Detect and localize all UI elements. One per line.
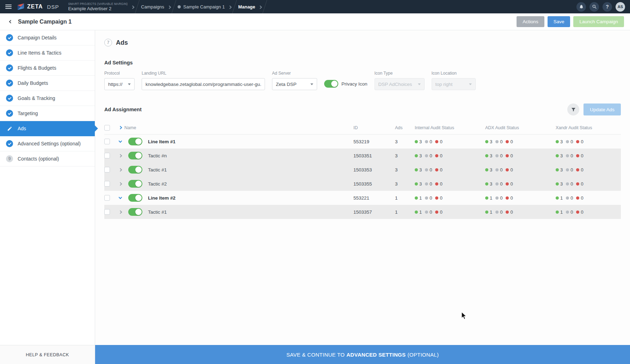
- audit-rejected: 0: [506, 181, 513, 187]
- ad-server-field: Ad Server Zeta DSP: [272, 71, 317, 90]
- search-button[interactable]: [589, 2, 599, 12]
- sidebar-item-targeting[interactable]: Targeting: [0, 106, 95, 121]
- row-toggle-cell: [128, 138, 148, 145]
- select-all-checkbox[interactable]: [104, 125, 110, 131]
- sidebar-item-flights-budgets[interactable]: Flights & Budgets: [0, 61, 95, 76]
- sidebar-item-contacts-optional[interactable]: 9Contacts (optional): [0, 151, 95, 167]
- row-toggle-switch[interactable]: [128, 152, 142, 159]
- breadcrumb-item-manage[interactable]: Manage: [238, 0, 255, 13]
- user-avatar[interactable]: AS: [616, 2, 625, 12]
- ad-assignment-table: Name ID Ads Internal Audit Status ADX Au…: [104, 121, 621, 219]
- row-toggle-switch[interactable]: [128, 208, 142, 216]
- footer-bar: HELP & FEEDBACK SAVE & CONTINUE TO ADVAN…: [0, 345, 630, 364]
- chevron-right-icon: [119, 182, 122, 186]
- row-toggle-switch[interactable]: [128, 194, 142, 202]
- audit-status-xandr: 300: [556, 139, 621, 144]
- row-expander[interactable]: [119, 211, 128, 213]
- launch-campaign-button[interactable]: Launch Campaign: [573, 16, 624, 27]
- audit-count: 0: [500, 167, 502, 172]
- audit-count: 0: [581, 167, 583, 172]
- search-icon: [592, 4, 597, 9]
- audit-status-xandr: 300: [556, 153, 621, 158]
- dot-pending-icon: [495, 211, 499, 214]
- row-ads-count: 3: [395, 139, 415, 144]
- row-checkbox[interactable]: [104, 195, 110, 201]
- icon-type-select: DSP AdChoices: [375, 78, 425, 90]
- sidebar-item-label: Daily Budgets: [18, 80, 48, 86]
- breadcrumb-item-sample-campaign-1[interactable]: Sample Campaign 1: [178, 0, 225, 13]
- audit-count: 1: [560, 209, 563, 215]
- row-expander[interactable]: [119, 141, 128, 142]
- row-checkbox[interactable]: [104, 153, 110, 158]
- chevron-right-icon: [131, 4, 134, 10]
- help-feedback-button[interactable]: HELP & FEEDBACK: [0, 345, 95, 364]
- logo-suffix: DSP: [47, 4, 59, 10]
- status-dot-icon: [178, 5, 181, 8]
- sidebar-item-daily-budgets[interactable]: Daily Budgets: [0, 76, 95, 91]
- update-ads-button[interactable]: Update Ads: [583, 103, 621, 115]
- sidebar-item-goals-tracking[interactable]: Goals & Tracking: [0, 91, 95, 106]
- help-button[interactable]: ?: [603, 2, 612, 12]
- breadcrumb: SMART PROJECTS (VARIABLE MARGIN)Example …: [68, 0, 268, 13]
- audit-approved: 1: [415, 209, 422, 215]
- row-expander[interactable]: [119, 169, 128, 171]
- audit-rejected: 0: [506, 153, 513, 158]
- row-checkbox[interactable]: [104, 167, 110, 172]
- sidebar-item-label: Campaign Details: [18, 35, 57, 40]
- row-expander[interactable]: [119, 183, 128, 185]
- sidebar-item-advanced-settings-optional[interactable]: Advanced Settings (optional): [0, 136, 95, 151]
- check-circle-icon: [6, 95, 13, 102]
- audit-rejected: 0: [576, 195, 583, 201]
- audit-status-adx: 300: [485, 167, 556, 172]
- breadcrumb-item-example-advertiser-2[interactable]: SMART PROJECTS (VARIABLE MARGIN)Example …: [68, 0, 128, 13]
- breadcrumb-item-campaigns[interactable]: Campaigns: [141, 0, 164, 13]
- sidebar-item-ads[interactable]: Ads: [0, 121, 95, 136]
- audit-count: 0: [581, 153, 583, 158]
- back-button[interactable]: [6, 17, 15, 26]
- row-name: Tactic #2: [148, 181, 353, 187]
- row-toggle-switch[interactable]: [128, 138, 142, 145]
- filter-button[interactable]: [567, 103, 579, 115]
- notifications-button[interactable]: [576, 2, 586, 12]
- row-checkbox[interactable]: [104, 181, 110, 187]
- protocol-select[interactable]: https://: [104, 78, 135, 90]
- row-toggle-switch[interactable]: [128, 166, 142, 174]
- audit-count: 0: [430, 167, 432, 172]
- actions-button[interactable]: Actions: [517, 16, 544, 27]
- audit-pending: 0: [425, 153, 432, 158]
- chevron-right-icon: [119, 154, 122, 157]
- zeta-dsp-logo[interactable]: ZETA DSP: [17, 3, 59, 11]
- bell-icon: [579, 4, 584, 9]
- dot-rejected-icon: [506, 182, 509, 186]
- audit-pending: 0: [425, 167, 432, 172]
- hamburger-menu-icon[interactable]: [0, 0, 17, 13]
- save-continue-bar[interactable]: SAVE & CONTINUE TO ADVANCED SETTINGS (OP…: [95, 345, 630, 364]
- audit-status-xandr: 100: [556, 209, 621, 215]
- row-toggle-cell: [128, 208, 148, 216]
- row-expander[interactable]: [119, 155, 128, 157]
- breadcrumb-divider: [172, 0, 176, 13]
- save-button[interactable]: Save: [548, 16, 570, 27]
- row-id: 553219: [353, 139, 395, 144]
- audit-status-internal: 300: [415, 181, 485, 187]
- ad-server-select[interactable]: Zeta DSP: [272, 78, 317, 90]
- icon-location-label: Icon Location: [432, 71, 476, 76]
- header-name[interactable]: Name: [119, 125, 353, 130]
- sidebar-item-campaign-details[interactable]: Campaign Details: [0, 30, 95, 45]
- landing-url-label: Landing URL: [142, 71, 265, 76]
- row-checkbox[interactable]: [104, 209, 110, 215]
- privacy-icon-toggle[interactable]: [324, 80, 338, 88]
- dot-pending-icon: [495, 140, 499, 143]
- audit-rejected: 0: [576, 167, 583, 172]
- sidebar-item-line-items-tactics[interactable]: Line Items & Tactics: [0, 45, 95, 61]
- landing-url-input[interactable]: [146, 82, 261, 87]
- toggle-knob: [135, 181, 142, 187]
- toggle-knob: [135, 152, 142, 159]
- row-toggle-switch[interactable]: [128, 180, 142, 188]
- page-title: Sample Campaign 1: [18, 19, 72, 25]
- audit-count: 0: [500, 209, 502, 215]
- row-expander[interactable]: [119, 197, 128, 199]
- audit-count: 0: [570, 181, 573, 187]
- audit-rejected: 0: [506, 209, 513, 215]
- row-checkbox[interactable]: [104, 139, 110, 144]
